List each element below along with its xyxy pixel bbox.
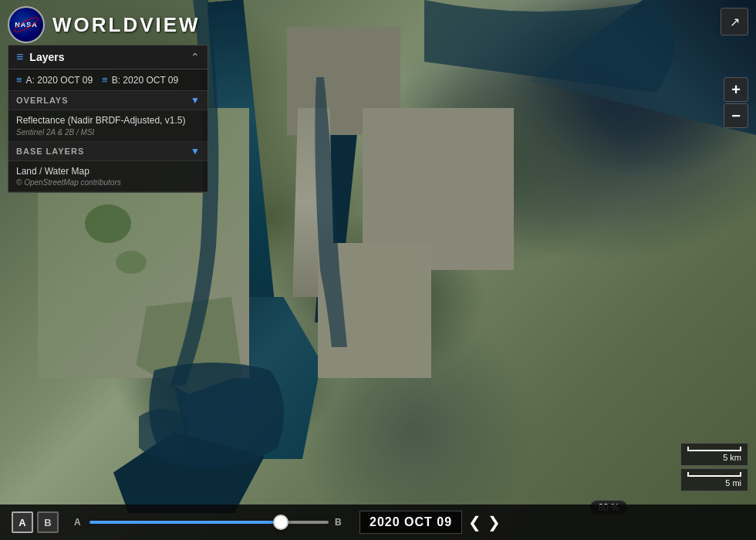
base-layer-sub: © OpenStreetMap contributors	[16, 178, 200, 187]
zoom-in-button[interactable]: +	[724, 77, 748, 102]
overlays-header-text: OVERLAYS	[16, 96, 69, 105]
overlay-reflectance-sub: Sentinel 2A & 2B / MSI	[16, 128, 200, 137]
zoom-controls: + −	[724, 77, 748, 128]
scale-line-mi	[687, 472, 741, 477]
button-b[interactable]: B	[37, 511, 59, 533]
layer-b-item: ≡ B: 2020 OCT 09	[102, 74, 178, 86]
external-link-icon: ↗	[730, 15, 740, 29]
layers-header-left: ≡ Layers	[16, 50, 65, 64]
layers-collapse-button[interactable]: ⌃	[191, 51, 200, 63]
date-display: 2020 OCT 09 ❮ ❯	[359, 511, 501, 534]
compare-slider-container: A B	[74, 517, 344, 528]
base-layers-arrow: ▼	[191, 146, 200, 157]
scale-bar-km: 5 km	[680, 443, 748, 466]
base-layer-land-water: Land / Water Map © OpenStreetMap contrib…	[8, 161, 208, 193]
layers-title: Layers	[29, 51, 64, 63]
compare-slider-thumb[interactable]	[273, 515, 289, 530]
scale-mi-text: 5 mi	[725, 478, 741, 488]
date-text: 2020 OCT 09	[359, 511, 462, 534]
layer-a-icon: ≡	[16, 74, 22, 86]
bottom-controls: A B A B 2020 OCT 09 ❮ ❯	[0, 505, 756, 540]
overlay-reflectance: Reflectance (Nadir BRDF-Adjusted, v1.5) …	[8, 110, 208, 142]
layers-header: ≡ Layers ⌃	[8, 46, 208, 69]
base-layers-section-header[interactable]: BASE LAYERS ▼	[8, 142, 208, 161]
scale-bar-mi: 5 mi	[680, 468, 748, 491]
button-a[interactable]: A	[12, 511, 33, 533]
date-next-button[interactable]: ❯	[488, 515, 501, 530]
base-layer-name: Land / Water Map	[16, 166, 200, 178]
worldview-title: WORLDVIEW	[52, 13, 201, 37]
top-bar: NASA WORLDVIEW	[0, 0, 756, 49]
overlays-section-header[interactable]: OVERLAYS ▼	[8, 91, 208, 110]
compare-slider-track[interactable]	[89, 521, 329, 524]
overlays-arrow: ▼	[191, 95, 200, 106]
scale-line-km	[687, 447, 741, 451]
nasa-logo: NASA	[8, 6, 45, 43]
ab-buttons: A B	[12, 511, 59, 533]
layer-a-item: ≡ A: 2020 OCT 09	[16, 74, 93, 86]
date-prev-button[interactable]: ❮	[468, 515, 481, 530]
base-layers-header-text: BASE LAYERS	[16, 147, 84, 156]
layers-ab-row: ≡ A: 2020 OCT 09 ≡ B: 2020 OCT 09	[8, 69, 208, 91]
slider-label-a: A	[74, 517, 83, 528]
layers-icon: ≡	[16, 50, 23, 64]
layer-b-label: B: 2020 OCT 09	[112, 75, 179, 86]
scale-km-text: 5 km	[723, 453, 741, 462]
urban-brooklyn	[318, 243, 431, 378]
overlay-reflectance-name: Reflectance (Nadir BRDF-Adjusted, v1.5)	[16, 115, 200, 127]
scale-indicator: 5 km 5 mi	[680, 443, 748, 494]
layer-b-icon: ≡	[102, 74, 108, 86]
zoom-out-button[interactable]: −	[724, 103, 748, 128]
layers-panel: ≡ Layers ⌃ ≡ A: 2020 OCT 09 ≡ B: 2020 OC…	[8, 45, 208, 193]
slider-label-b: B	[335, 517, 344, 528]
external-link-button[interactable]: ↗	[721, 8, 748, 35]
layer-a-label: A: 2020 OCT 09	[26, 75, 93, 86]
